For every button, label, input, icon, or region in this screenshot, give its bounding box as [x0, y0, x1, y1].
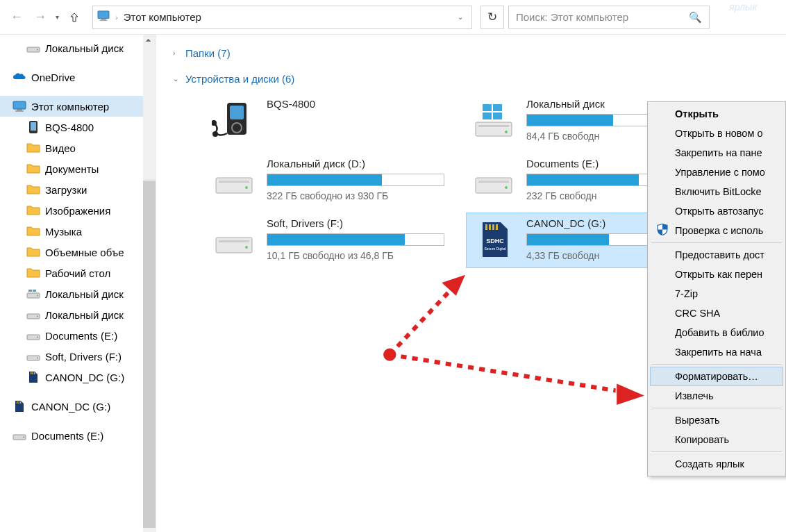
tree-item-8[interactable]: Загрузки [0, 179, 156, 200]
drive-item-0[interactable]: BQS-4800 [206, 93, 449, 149]
monitor-icon [97, 10, 110, 24]
menu-item-5[interactable]: Открыть автозапус [650, 201, 783, 221]
win-icon [471, 98, 517, 144]
tree-item-16[interactable]: Soft, Drivers (F:) [0, 346, 156, 367]
menu-item-9[interactable]: Открыть как перен [650, 265, 783, 284]
menu-item-10[interactable]: 7-Zip [650, 284, 783, 304]
tree-item-label: Локальный диск [45, 42, 124, 54]
svg-rect-13 [33, 290, 36, 292]
menu-item-13[interactable]: Закрепить на нача [650, 342, 783, 362]
tree-item-2[interactable]: OneDrive [0, 67, 156, 88]
search-box[interactable]: 🔍 [508, 6, 710, 29]
svg-line-58 [390, 355, 630, 393]
tree-item-15[interactable]: Documents (E:) [0, 325, 156, 346]
svg-rect-34 [478, 125, 509, 127]
tree-item-label: Рабочий стол [45, 267, 110, 279]
svg-rect-23 [17, 401, 18, 404]
drive-name: Soft, Drivers (F:) [267, 217, 444, 229]
sidebar-scrollbar[interactable] [143, 35, 156, 532]
tree-item-13[interactable]: Локальный диск [0, 283, 156, 304]
menu-separator [651, 242, 782, 243]
tree-item-7[interactable]: Документы [0, 158, 156, 179]
svg-rect-5 [13, 101, 26, 109]
menu-item-12[interactable]: Добавить в библио [650, 323, 783, 342]
svg-rect-46 [216, 238, 252, 253]
menu-item-label: Предоставить дост [675, 249, 764, 260]
tree-item-12[interactable]: Рабочий стол [0, 263, 156, 283]
tree-item-10[interactable]: Музыка [0, 221, 156, 242]
tree-item-17[interactable]: CANON_DC (G:) [0, 367, 156, 388]
tree-item-4[interactable]: Этот компьютер [0, 96, 156, 117]
svg-rect-37 [493, 104, 502, 111]
menu-item-3[interactable]: Управление с помо [650, 163, 783, 182]
menu-item-0[interactable]: Открыть [650, 104, 783, 124]
tree-item-11[interactable]: Объемные объе [0, 242, 156, 263]
svg-rect-0 [98, 10, 109, 18]
tree-item-label: BQS-4800 [45, 122, 94, 133]
address-bar[interactable]: › Этот компьютер ⌄ [92, 6, 472, 29]
svg-rect-21 [33, 372, 34, 374]
svg-rect-29 [230, 106, 244, 119]
toolbar: ← → ▾ › Этот компьютер ⌄ ↻ 🔍 [0, 0, 786, 35]
menu-item-4[interactable]: Включить BitLocke [650, 182, 783, 201]
menu-item-21[interactable]: Создать ярлык [650, 454, 783, 474]
shortcut-label: ярлык [729, 1, 757, 13]
svg-rect-9 [31, 122, 36, 131]
menu-item-1[interactable]: Открыть в новом о [650, 124, 783, 143]
svg-marker-57 [441, 274, 467, 297]
tree-item-label: OneDrive [31, 72, 75, 83]
svg-point-4 [37, 49, 38, 51]
svg-rect-2 [100, 19, 108, 21]
menu-item-19[interactable]: Копировать [650, 430, 783, 449]
menu-item-18[interactable]: Вырезать [650, 410, 783, 430]
drive-item-2[interactable]: Локальный диск (D:) 322 ГБ свободно из 9… [206, 153, 449, 208]
tree-item-9[interactable]: Изображения [0, 200, 156, 221]
tree-item-label: Этот компьютер [31, 101, 109, 113]
tree-item-label: Документы [45, 163, 99, 175]
search-input[interactable] [516, 11, 689, 23]
svg-rect-50 [489, 224, 491, 230]
tree-item-19[interactable]: CANON_DC (G:) [0, 396, 156, 417]
svg-point-19 [37, 358, 38, 359]
svg-point-27 [23, 437, 24, 438]
group-header-devices[interactable]: ⌄ Устройства и диски (6) [167, 67, 775, 93]
tree-item-0[interactable]: Локальный диск [0, 38, 156, 58]
svg-rect-36 [483, 104, 492, 111]
svg-point-15 [37, 316, 38, 317]
menu-item-label: Управление с помо [675, 167, 765, 178]
menu-item-label: Добавить в библио [675, 327, 764, 338]
search-icon[interactable]: 🔍 [689, 11, 702, 24]
drive-name: BQS-4800 [267, 98, 444, 110]
drive-item-4[interactable]: Soft, Drivers (F:) 10,1 ГБ свободно из 4… [206, 213, 449, 268]
menu-item-16[interactable]: Извлечь [650, 386, 783, 406]
address-dropdown-icon[interactable]: ⌄ [453, 13, 467, 21]
hdd-icon [471, 158, 517, 203]
menu-item-6[interactable]: Проверка с исполь [650, 221, 783, 240]
chevron-right-icon: › [173, 49, 181, 57]
tree-item-21[interactable]: Documents (E:) [0, 425, 156, 446]
nav-up-button[interactable] [65, 8, 84, 27]
tree-item-6[interactable]: Видео [0, 138, 156, 158]
svg-rect-25 [20, 401, 22, 404]
folder-dl-icon [26, 183, 40, 197]
svg-rect-38 [483, 113, 492, 119]
menu-item-2[interactable]: Закрепить на пане [650, 143, 783, 163]
group-header-folders[interactable]: › Папки (7) [167, 42, 775, 67]
main-pane: › Папки (7) ⌄ Устройства и диски (6) BQS… [156, 35, 786, 532]
breadcrumb-location[interactable]: Этот компьютер [124, 11, 201, 23]
tree-item-5[interactable]: BQS-4800 [0, 117, 156, 138]
menu-item-11[interactable]: CRC SHA [650, 304, 783, 323]
tree-item-14[interactable]: Локальный диск [0, 304, 156, 325]
svg-marker-59 [616, 383, 646, 406]
nav-history-dropdown[interactable]: ▾ [54, 13, 60, 21]
menu-item-15[interactable]: Форматировать… [650, 367, 783, 386]
drive-name: Локальный диск (D:) [267, 158, 444, 169]
nav-back-button[interactable]: ← [7, 8, 26, 27]
menu-item-label: Вырезать [675, 415, 720, 426]
tree-item-label: Локальный диск [45, 288, 124, 300]
svg-rect-22 [34, 372, 35, 374]
svg-line-56 [390, 281, 459, 355]
refresh-button[interactable]: ↻ [480, 6, 504, 29]
menu-item-8[interactable]: Предоставить дост [650, 245, 783, 265]
tree-item-label: Загрузки [45, 184, 87, 196]
